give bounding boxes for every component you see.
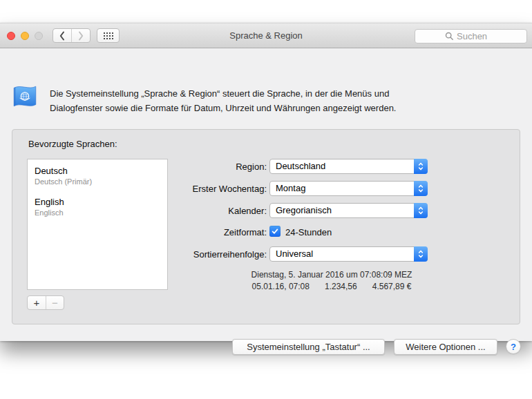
search-icon (445, 32, 454, 41)
pane-content: Die Systemeinstellung „Sprache & Region“… (0, 48, 532, 341)
calendar-popup[interactable]: Gregorianisch (269, 203, 428, 218)
pane-description-line1: Die Systemeinstellung „Sprache & Region“… (50, 86, 450, 101)
popup-chevrons-icon (414, 203, 428, 218)
sort-order-value: Universal (276, 249, 313, 259)
pane-description-line2: Dialogfenster sowie die Formate für Datu… (50, 101, 450, 115)
popup-chevrons-icon (414, 159, 428, 174)
first-weekday-value: Montag (276, 183, 305, 193)
more-options-button[interactable]: Weitere Optionen ... (394, 339, 497, 355)
format-preview-full-date: Dienstag, 5. Januar 2016 um 07:08:09 MEZ (236, 270, 428, 280)
language-list[interactable]: Deutsch Deutsch (Primär) English Englisc… (27, 159, 168, 290)
time-format-checkbox[interactable] (269, 226, 281, 237)
time-format-label: Zeitformat: (82, 227, 267, 237)
sort-order-popup[interactable]: Universal (269, 246, 428, 262)
preview-number: 1.234,56 (325, 282, 357, 291)
add-language-button[interactable]: + (28, 296, 46, 309)
checkmark-icon (271, 227, 279, 235)
help-button[interactable]: ? (506, 339, 521, 354)
popup-chevrons-icon (414, 246, 428, 262)
preview-short-date: 05.01.16, 07:08 (252, 282, 310, 291)
calendar-label: Kalender: (82, 206, 267, 216)
remove-language-button: − (46, 296, 64, 309)
search-field[interactable] (415, 29, 527, 43)
time-format-option-label: 24-Stunden (285, 227, 332, 237)
window-titlebar: Sprache & Region (0, 23, 532, 48)
region-label: Region: (82, 162, 267, 172)
popup-chevrons-icon (414, 181, 428, 196)
region-popup[interactable]: Deutschland (269, 159, 428, 174)
region-value: Deutschland (276, 161, 325, 171)
sort-order-label: Sortierreihenfolge: (82, 249, 267, 260)
first-weekday-popup[interactable]: Montag (269, 181, 428, 196)
system-preferences-window: Sprache & Region (0, 23, 532, 341)
first-weekday-label: Erster Wochentag: (82, 184, 267, 194)
add-remove-control: + − (27, 295, 64, 310)
preferred-languages-label: Bevorzugte Sprachen: (28, 139, 117, 149)
pane-description: Die Systemeinstellung „Sprache & Region“… (50, 86, 450, 115)
desktop-background: Sprache & Region (0, 0, 532, 399)
calendar-value: Gregorianisch (276, 205, 332, 215)
search-input[interactable] (457, 31, 497, 41)
settings-group-box: Bevorzugte Sprachen: Deutsch Deutsch (Pr… (12, 129, 520, 324)
format-preview-examples: 05.01.16, 07:081.234,564.567,89 € (236, 282, 428, 291)
keyboard-settings-button[interactable]: Systemeinstellung „Tastatur“ ... (232, 339, 385, 355)
preview-currency: 4.567,89 € (372, 282, 412, 291)
un-flag-icon (12, 84, 37, 111)
